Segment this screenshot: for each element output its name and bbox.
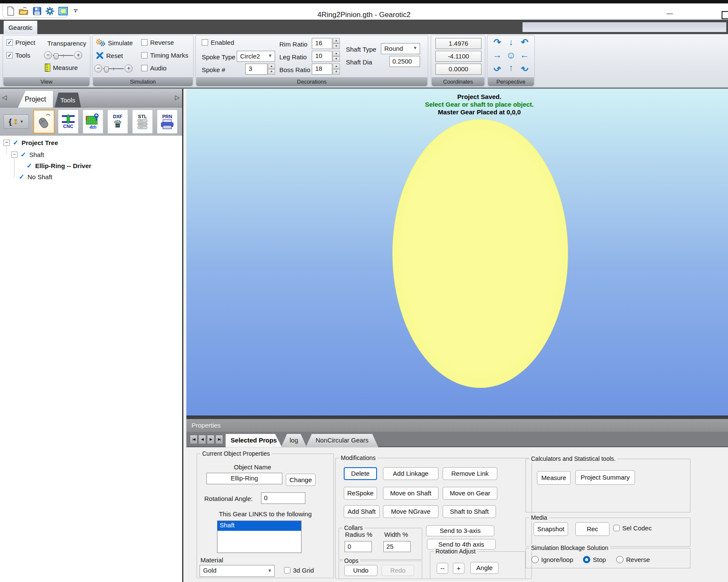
tilt-ccw-icon[interactable]: ↶ (518, 62, 531, 74)
collapse-icon[interactable]: − (11, 151, 17, 158)
slider-minus-button[interactable]: − (94, 64, 102, 73)
tree-item-project-tree[interactable]: − ✓ Project Tree (3, 137, 58, 148)
tree-item-ellip-ring[interactable]: ✓ Ellip-Ring -- Driver (26, 160, 91, 171)
tab-log[interactable]: log (281, 434, 307, 447)
enabled-checkbox[interactable]: Enabled (202, 39, 234, 46)
links-listbox[interactable]: Shaft (217, 521, 302, 553)
spin-up-icon[interactable]: ▲ (333, 38, 340, 44)
spoke-count-spinner[interactable]: 3 ▲▼ (245, 64, 275, 75)
radio-ignore-loop[interactable]: Ignore/loop (531, 556, 573, 563)
fourth-axis-button[interactable]: 4th (83, 110, 103, 134)
dxf-export-button[interactable]: DXF ♛ (107, 110, 128, 134)
tab-prev-icon[interactable]: ◀ (198, 435, 206, 444)
prn-print-button[interactable]: PRN (157, 110, 177, 134)
respoke-button[interactable]: ReSpoke (344, 487, 377, 500)
slider-plus-button[interactable]: + (125, 64, 133, 73)
send-to-3axis-button[interactable]: Send to 3-axis (426, 525, 494, 536)
qat-customize-dropdown-icon[interactable]: ▾ (73, 9, 78, 15)
shaft-type-dropdown[interactable]: Round▼ (381, 43, 420, 54)
slider-plus-button[interactable]: + (74, 51, 82, 59)
open-file-icon[interactable] (19, 7, 29, 15)
screen-capture-icon[interactable] (58, 7, 68, 15)
spin-down-icon[interactable]: ▼ (333, 69, 340, 75)
reset-view-smiley-icon[interactable]: ☺ (505, 49, 517, 61)
vertical-splitter[interactable] (182, 89, 186, 582)
rotate-ccw-icon[interactable]: ↶ (518, 36, 531, 48)
material-dropdown[interactable]: Gold▼ (200, 565, 275, 577)
maximize-button[interactable] (722, 11, 728, 19)
coordinate-z-field[interactable]: 0.0000 (435, 64, 481, 75)
sel-codec-checkbox[interactable]: Sel Codec (613, 524, 652, 532)
spin-down-icon[interactable]: ▼ (268, 69, 275, 75)
rotate-plus-button[interactable]: + (453, 563, 464, 574)
arrow-right-icon[interactable]: → (491, 49, 504, 61)
radio-reverse[interactable]: Reverse (616, 556, 650, 563)
tilt-cw-icon[interactable]: ↷ (491, 62, 504, 74)
angle-button[interactable]: Angle (470, 562, 499, 574)
elliptical-gear-object[interactable] (392, 119, 568, 388)
simulation-speed-slider[interactable]: − + (94, 64, 133, 73)
tools-checkbox[interactable]: ✓ Tools (6, 52, 30, 59)
reset-button[interactable]: Reset (96, 52, 123, 59)
shaft-dia-field[interactable]: 0.2500 (389, 56, 420, 67)
reverse-checkbox[interactable]: Reverse (141, 39, 174, 46)
audio-checkbox[interactable]: Audio (141, 64, 166, 72)
rotate-minus-button[interactable]: -- (437, 563, 448, 574)
arrow-down-icon[interactable]: ↓ (505, 36, 517, 48)
collapse-icon[interactable]: − (3, 140, 10, 146)
new-file-icon[interactable] (6, 6, 15, 16)
width-percent-field[interactable]: 25 (383, 541, 411, 552)
slider-thumb[interactable] (54, 53, 58, 59)
grid3d-checkbox[interactable]: 3d Grid (284, 567, 314, 574)
boss-ratio-spinner[interactable]: 18 ▲▼ (312, 64, 340, 75)
delete-button[interactable]: Delete (344, 467, 377, 480)
gear-style-combo[interactable]: { ◆◆ ▼ (3, 114, 29, 129)
ribbon-right-bar[interactable] (522, 22, 726, 32)
undo-button[interactable]: Undo (344, 565, 377, 576)
settings-gear-icon[interactable] (45, 6, 55, 16)
transparency-slider[interactable]: − + (44, 51, 82, 59)
shaft-to-shaft-button[interactable]: Shaft to Shaft (443, 505, 496, 518)
change-button[interactable]: Change (286, 474, 316, 486)
tab-gearotic[interactable]: Gearotic (3, 20, 38, 34)
cnc-output-button[interactable]: CNC (58, 110, 78, 134)
spin-up-icon[interactable]: ▲ (333, 64, 340, 69)
leg-ratio-spinner[interactable]: 10 ▲▼ (312, 51, 340, 62)
tree-item-shaft[interactable]: − ✓ Shaft (11, 149, 44, 160)
add-shaft-button[interactable]: Add Shaft (344, 505, 380, 518)
rotational-angle-field[interactable]: 0 (261, 492, 305, 504)
slider-thumb[interactable] (104, 67, 109, 73)
tree-item-no-shaft[interactable]: ✓ No Shaft (19, 172, 52, 182)
arrow-left-icon[interactable]: ← (518, 49, 531, 61)
rim-ratio-spinner[interactable]: 16 ▲▼ (312, 38, 340, 49)
move-on-gear-button[interactable]: Move on Gear (443, 487, 497, 500)
measure-tool[interactable]: Measure (45, 64, 78, 72)
tab-tools[interactable]: Tools (55, 93, 81, 108)
stl-export-button[interactable]: STL (132, 110, 153, 134)
project-summary-button[interactable]: Project Summary (575, 470, 635, 485)
project-checkbox[interactable]: ✓ Project (6, 39, 35, 46)
coordinate-x-field[interactable]: 1.4976 (435, 38, 481, 49)
snapshot-button[interactable]: Snapshot (534, 522, 568, 536)
spoke-type-dropdown[interactable]: Circle2▼ (237, 51, 275, 62)
move-on-shaft-button[interactable]: Move on Shaft (383, 487, 438, 500)
timing-marks-checkbox[interactable]: Timing Marks (141, 52, 188, 59)
radio-stop[interactable]: Stop (583, 556, 606, 563)
spin-down-icon[interactable]: ▼ (333, 44, 340, 49)
minimize-button[interactable]: — (660, 9, 679, 20)
tab-noncircular-gears[interactable]: NonCircular Gears (306, 434, 378, 447)
measure-button[interactable]: Measure (537, 471, 571, 485)
simulate-button[interactable]: Simulate (96, 39, 133, 47)
slider-minus-button[interactable]: − (44, 51, 52, 59)
save-icon[interactable] (33, 7, 41, 15)
tab-selected-props[interactable]: Selected Props (226, 434, 282, 447)
tab-next-icon[interactable]: ▶ (207, 435, 215, 444)
tab-first-icon[interactable]: |◀ (190, 435, 197, 444)
move-ngrave-button[interactable]: Move NGrave (383, 505, 438, 518)
remove-link-button[interactable]: Remove Link (443, 467, 497, 480)
spin-up-icon[interactable]: ▲ (333, 51, 340, 56)
linked-item-selected[interactable]: Shaft (218, 521, 301, 531)
tabstrip-left-arrow-icon[interactable]: ◁ (2, 94, 7, 101)
rec-button[interactable]: Rec (575, 522, 609, 536)
horizontal-splitter[interactable] (186, 416, 728, 419)
